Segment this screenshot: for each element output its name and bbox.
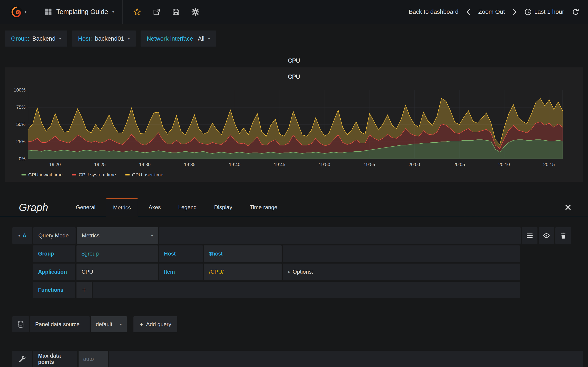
legend-label: CPU iowait time [28, 172, 62, 177]
caret-down-icon: ▾ [59, 36, 61, 41]
variable-host-dropdown[interactable]: Host: backend01 ▾ [72, 31, 136, 47]
item-label: Item [159, 264, 203, 280]
close-icon [565, 204, 571, 210]
x-axis-tick-label: 19:55 [363, 162, 375, 167]
panel-editor-tabs: Graph General Metrics Axes Legend Displa… [0, 198, 588, 216]
x-axis-tick-label: 19:40 [229, 162, 240, 167]
variable-value: Backend [32, 35, 56, 42]
navbar: ▾ Templating Guide ▾ [0, 0, 588, 24]
add-function-button[interactable]: + [77, 282, 92, 298]
legend-color-icon [125, 174, 130, 175]
x-axis-tick-label: 20:15 [543, 162, 555, 167]
tab-legend[interactable]: Legend [171, 198, 204, 216]
legend-label: CPU system time [78, 172, 116, 177]
tab-general[interactable]: General [69, 198, 102, 216]
y-axis-tick-label: 25% [16, 139, 26, 144]
x-axis-tick-label: 19:30 [139, 162, 150, 167]
datasource-dropdown[interactable]: default ▾ [91, 316, 127, 332]
grafana-app: ▾ Templating Guide ▾ [0, 0, 588, 367]
variable-network-interface-dropdown[interactable]: Network interface: All ▾ [141, 31, 216, 47]
query-menu-button[interactable] [522, 227, 537, 244]
time-range-label: Last 1 hour [534, 8, 564, 15]
delete-query-button[interactable] [555, 227, 571, 244]
database-icon [17, 321, 24, 328]
query-row-group-host: Group $group Host $host [33, 245, 520, 262]
chevron-right-icon [513, 9, 517, 15]
host-label: Host [159, 245, 203, 262]
navbar-right: Back to dashboard Zoom Out Last 1 hour [409, 8, 588, 16]
query-row-a: ▾ A Query Mode Metrics ▾ [12, 227, 571, 244]
panel-datasource-label: Panel data source [30, 316, 90, 332]
tab-display[interactable]: Display [207, 198, 239, 216]
time-range-picker[interactable]: Last 1 hour [525, 8, 564, 15]
add-query-label: Add query [146, 321, 171, 327]
dashboard-title-caret-icon: ▾ [112, 10, 114, 14]
dashboard-grid-icon [44, 8, 52, 16]
caret-down-icon: ▾ [151, 234, 153, 238]
row-title: CPU [0, 57, 588, 64]
y-axis-tick-label: 100% [14, 87, 26, 93]
grafana-logo-icon [9, 5, 23, 19]
back-to-dashboard-button[interactable]: Back to dashboard [409, 8, 459, 15]
toggle-query-visibility-button[interactable] [539, 227, 554, 244]
navbar-actions [123, 8, 199, 16]
save-button[interactable] [172, 8, 180, 16]
query-row-filler: ▸ Options: [283, 264, 520, 280]
add-query-button[interactable]: + Add query [133, 316, 177, 332]
chart-plot-area[interactable] [28, 90, 562, 159]
shift-time-forward-button[interactable] [513, 9, 517, 15]
y-axis-tick-label: 75% [16, 105, 26, 110]
y-axis-tick-label: 0% [19, 156, 26, 161]
chevron-left-icon [466, 9, 470, 15]
group-label: Group [33, 245, 75, 262]
grafana-logo-button[interactable]: ▾ [0, 0, 36, 24]
item-value-field[interactable]: /CPU/ [204, 264, 282, 280]
datasource-row: Panel data source default ▾ + Add query [12, 316, 177, 332]
caret-down-icon: ▾ [18, 233, 20, 238]
caret-right-icon: ▸ [288, 269, 290, 274]
tab-time-range[interactable]: Time range [243, 198, 284, 216]
options-icon-cell [12, 351, 32, 367]
dashboard-title-dropdown[interactable]: Templating Guide ▾ [36, 0, 123, 24]
gear-icon [191, 8, 199, 16]
zoom-out-button[interactable]: Zoom Out [478, 8, 505, 15]
tab-axes[interactable]: Axes [142, 198, 168, 216]
legend-item[interactable]: CPU system time [72, 172, 116, 177]
panel-title[interactable]: CPU [5, 73, 583, 80]
x-axis-tick-label: 19:45 [274, 162, 285, 167]
tab-metrics[interactable]: Metrics [106, 198, 138, 216]
refresh-button[interactable] [572, 8, 579, 16]
datasource-icon-cell [12, 316, 29, 332]
query-collapse-toggle[interactable]: ▾ A [12, 227, 32, 244]
functions-label: Functions [33, 282, 75, 298]
star-icon [133, 8, 141, 16]
share-button[interactable] [153, 8, 160, 16]
close-editor-button[interactable] [565, 204, 571, 210]
host-value-field[interactable]: $host [204, 245, 282, 262]
refresh-icon [572, 8, 579, 16]
application-label: Application [33, 264, 75, 280]
query-ref-id: A [23, 233, 26, 239]
settings-button[interactable] [191, 8, 199, 16]
options-expand-toggle[interactable]: ▸ Options: [283, 269, 313, 275]
row-filler [109, 351, 583, 367]
max-data-points-label: Max data points [33, 351, 78, 367]
caret-down-icon: ▾ [128, 36, 130, 41]
trash-icon [561, 233, 566, 239]
application-value-field[interactable]: CPU [77, 264, 158, 280]
legend-item[interactable]: CPU user time [125, 172, 164, 177]
caret-down-icon: ▾ [208, 36, 210, 41]
x-axis-tick-label: 19:35 [184, 162, 195, 167]
query-row-filler [93, 282, 520, 298]
variable-group-dropdown[interactable]: Group: Backend ▾ [5, 31, 67, 47]
max-data-points-input[interactable] [78, 351, 108, 367]
y-axis-tick-label: 50% [16, 122, 26, 127]
query-mode-dropdown[interactable]: Metrics ▾ [77, 227, 158, 244]
query-row-filler [283, 245, 520, 262]
variable-label: Host: [78, 35, 92, 42]
legend-item[interactable]: CPU iowait time [21, 172, 62, 177]
group-value-field[interactable]: $group [77, 245, 158, 262]
eye-icon [543, 233, 550, 238]
star-button[interactable] [133, 8, 141, 16]
shift-time-back-button[interactable] [466, 9, 470, 15]
